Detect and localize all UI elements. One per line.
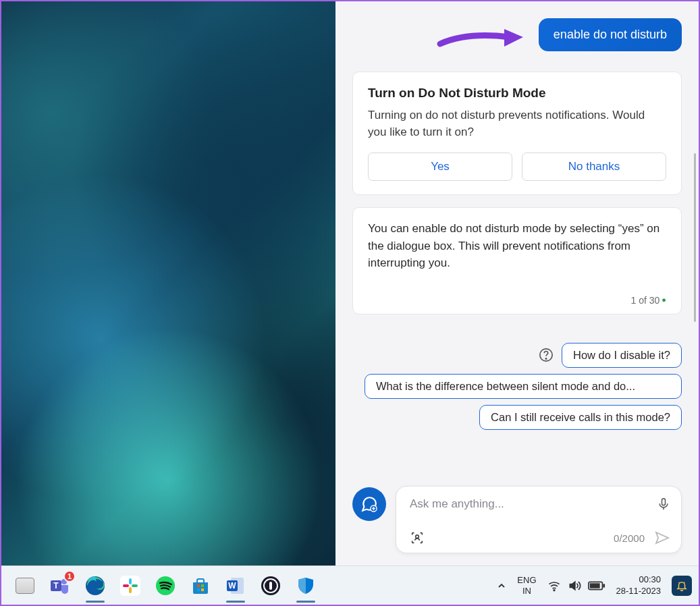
no-thanks-button[interactable]: No thanks (522, 153, 666, 181)
copilot-chat-panel: enable do not disturb Turn on Do Not Dis… (335, 1, 699, 566)
svg-rect-3 (662, 499, 666, 505)
new-topic-button[interactable] (352, 487, 386, 521)
chat-input-placeholder: Ask me anything... (410, 497, 657, 511)
svg-rect-24 (269, 582, 272, 590)
character-count: 0/2000 (425, 532, 645, 544)
svg-point-4 (416, 535, 419, 539)
svg-rect-18 (201, 588, 204, 591)
language-indicator[interactable]: ENG IN (517, 575, 536, 596)
svg-point-25 (554, 589, 555, 590)
spotify-icon[interactable] (154, 574, 177, 597)
dnd-action-card: Turn on Do Not Disturb Mode Turning on d… (352, 72, 682, 195)
chat-input-box[interactable]: Ask me anything... 0/2000 (396, 486, 682, 553)
chat-scroll-area[interactable]: enable do not disturb Turn on Do Not Dis… (335, 1, 699, 486)
svg-rect-17 (197, 588, 200, 591)
suggestion-chip-2[interactable]: What is the difference between silent mo… (365, 374, 682, 399)
suggestion-chip-3[interactable]: Can I still receive calls in this mode? (479, 405, 682, 430)
edge-icon[interactable] (84, 574, 107, 597)
svg-text:W: W (228, 581, 236, 590)
image-search-icon[interactable] (410, 530, 425, 545)
turn-counter: 1 of 30● (368, 295, 666, 306)
svg-rect-11 (132, 584, 138, 587)
suggestion-chip-1[interactable]: How do I disable it? (562, 343, 682, 368)
microphone-icon[interactable] (657, 496, 670, 512)
desktop-wallpaper (1, 1, 335, 566)
suggestion-chips: How do I disable it? What is the differe… (352, 343, 682, 430)
teams-icon[interactable]: T 1 (49, 574, 72, 597)
notification-center-icon[interactable] (672, 576, 692, 596)
teams-notification-badge: 1 (63, 570, 76, 582)
annotation-arrow (437, 25, 524, 52)
card-title: Turn on Do Not Disturb Mode (368, 86, 666, 101)
svg-rect-10 (129, 578, 132, 584)
battery-icon[interactable] (588, 580, 605, 591)
taskbar-clock[interactable]: 00:30 28-11-2023 (616, 574, 662, 597)
svg-text:T: T (53, 581, 59, 590)
card-body-text: Turning on do not disturb prevents notif… (368, 107, 666, 140)
taskview-icon[interactable] (14, 574, 36, 597)
yes-button[interactable]: Yes (368, 153, 512, 181)
assistant-response-card: You can enable do not disturb mode by se… (352, 207, 682, 314)
volume-icon[interactable] (568, 579, 581, 593)
word-icon[interactable]: W (224, 574, 247, 597)
windows-taskbar[interactable]: T 1 W ENG (1, 566, 699, 605)
send-icon[interactable] (654, 530, 670, 546)
svg-rect-27 (589, 583, 599, 588)
svg-rect-12 (129, 587, 132, 593)
svg-rect-28 (603, 584, 605, 588)
ms-store-icon[interactable] (189, 574, 212, 597)
help-icon[interactable] (539, 348, 554, 362)
wifi-icon[interactable] (547, 579, 561, 593)
slack-icon[interactable] (119, 574, 142, 597)
assistant-response-text: You can enable do not disturb mode by se… (368, 220, 666, 272)
windows-security-icon[interactable] (294, 574, 317, 597)
svg-point-1 (545, 358, 546, 359)
tray-chevron-icon[interactable] (497, 581, 506, 590)
svg-rect-15 (197, 584, 200, 587)
svg-rect-16 (201, 584, 204, 587)
1password-icon[interactable] (259, 574, 282, 597)
svg-rect-13 (123, 584, 129, 587)
user-message-bubble: enable do not disturb (539, 18, 682, 51)
